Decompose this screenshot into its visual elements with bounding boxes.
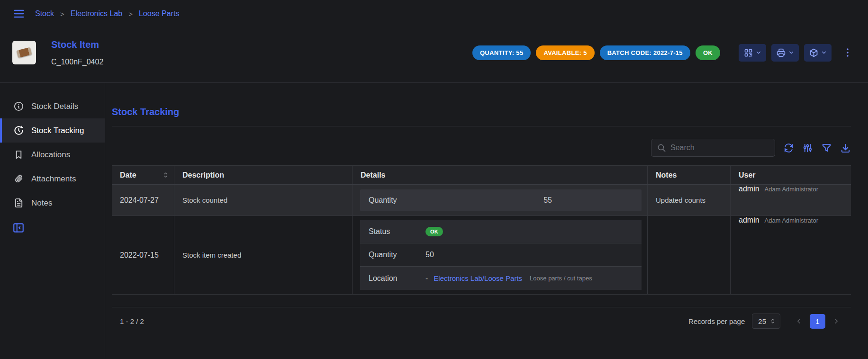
breadcrumb-separator: >	[128, 10, 133, 18]
download-icon	[840, 143, 851, 153]
sidebar-item-attachments[interactable]: Attachments	[0, 167, 105, 191]
table-row[interactable]: 2024-07-27 Stock counted Quantity 55 Upd…	[112, 185, 851, 216]
search-box	[651, 139, 775, 157]
capacitor-image	[17, 47, 32, 58]
title-block: Stock Item C_100nF_0402	[51, 39, 103, 66]
breadcrumb-stock[interactable]: Stock	[35, 9, 54, 18]
search-icon	[657, 144, 666, 153]
info-icon	[13, 101, 24, 112]
location-description: Loose parts / cut tapes	[530, 275, 592, 282]
detail-label: Location	[369, 274, 422, 283]
qrcode-icon	[743, 48, 753, 58]
table-footer: 1 - 2 / 2 Records per page 25 1	[112, 307, 851, 335]
row-user: admin Adam Administrator	[731, 216, 851, 294]
stock-actions-icon	[809, 48, 819, 58]
table-settings-button[interactable]	[802, 143, 813, 153]
chevron-right-icon	[832, 317, 841, 325]
sidebar-item-stock-details[interactable]: Stock Details	[0, 94, 105, 118]
sidebar: Stock Details Stock Tracking Allocations…	[0, 83, 105, 359]
header-actions	[739, 44, 855, 62]
content-area: Stock Details Stock Tracking Allocations…	[0, 83, 868, 359]
main-panel: Stock Tracking Date	[105, 83, 868, 359]
status-ok-badge: OK	[696, 45, 720, 60]
stock-item-thumbnail[interactable]	[12, 41, 36, 64]
table-header-row: Date Description Details Notes User	[112, 166, 851, 185]
breadcrumb-electronics-lab[interactable]: Electronics Lab	[71, 9, 122, 18]
username: admin	[739, 185, 760, 193]
stock-tracking-table: Date Description Details Notes User 2024…	[112, 165, 851, 295]
refresh-button[interactable]	[783, 143, 794, 153]
bookmark-icon	[13, 149, 24, 160]
record-range: 1 - 2 / 2	[120, 317, 144, 325]
prev-page-button[interactable]	[792, 314, 805, 328]
batch-code-badge: BATCH CODE: 2022-7-15	[600, 45, 690, 60]
stock-actions-button[interactable]	[804, 44, 832, 62]
pagination-controls: Records per page 25 1	[688, 314, 843, 329]
sidebar-item-label: Allocations	[31, 150, 70, 160]
detail-label: Quantity	[369, 251, 422, 259]
sidebar-item-label: Attachments	[31, 174, 76, 184]
detail-status-row: Status OK	[360, 220, 642, 243]
quantity-badge: QUANTITY: 55	[472, 45, 531, 60]
column-header-details: Details	[353, 166, 648, 184]
column-header-date[interactable]: Date	[112, 166, 174, 184]
breadcrumb-separator: >	[60, 10, 64, 18]
column-header-description: Description	[174, 166, 353, 184]
file-text-icon	[13, 197, 24, 208]
pager: 1	[792, 314, 843, 329]
chevron-down-icon	[788, 49, 795, 56]
filter-icon	[821, 143, 832, 153]
row-details: Quantity 55	[353, 185, 648, 215]
column-header-notes: Notes	[648, 166, 731, 184]
page-title: Stock Item	[51, 39, 103, 50]
row-description: Stock counted	[174, 185, 353, 215]
search-input[interactable]	[670, 144, 769, 152]
row-notes: Updated counts	[648, 185, 731, 215]
section-heading: Stock Tracking	[112, 107, 851, 126]
sort-icon[interactable]	[162, 171, 169, 179]
print-actions-button[interactable]	[771, 44, 799, 62]
sidebar-item-label: Stock Tracking	[31, 126, 84, 135]
sidebar-collapse-icon	[12, 222, 25, 234]
table-row[interactable]: 2022-07-15 Stock item created Status OK …	[112, 216, 851, 295]
row-date: 2022-07-15	[112, 216, 174, 294]
chevron-down-icon	[755, 49, 762, 56]
sidebar-item-label: Notes	[31, 198, 52, 208]
sidebar-item-allocations[interactable]: Allocations	[0, 143, 105, 167]
sidebar-item-stock-tracking[interactable]: Stock Tracking	[0, 118, 105, 143]
refresh-icon	[783, 143, 794, 153]
page-1-button[interactable]: 1	[810, 314, 825, 329]
row-notes	[648, 216, 731, 294]
sidebar-item-notes[interactable]: Notes	[0, 191, 105, 215]
records-per-page-select[interactable]: 25	[752, 314, 780, 329]
sidebar-item-label: Stock Details	[31, 102, 78, 111]
detail-label: Status	[369, 227, 422, 236]
next-page-button[interactable]	[830, 314, 843, 328]
detail-value: 55	[425, 196, 633, 205]
selector-icon	[769, 318, 776, 324]
adjustments-icon	[802, 143, 813, 153]
dots-vertical-icon	[842, 47, 853, 58]
detail-location-row: Location - Electronics Lab/Loose Parts L…	[360, 267, 642, 290]
more-options-button[interactable]	[841, 45, 855, 60]
sidebar-collapse-button[interactable]	[0, 222, 25, 234]
row-user: admin Adam Administrator	[731, 185, 851, 215]
stock-item-header: Stock Item C_100nF_0402 QUANTITY: 55 AVA…	[0, 27, 868, 83]
chevron-left-icon	[795, 317, 803, 325]
download-button[interactable]	[840, 143, 851, 153]
page-subtitle: C_100nF_0402	[51, 58, 103, 66]
row-details: Status OK Quantity 50 Location - Electro…	[353, 216, 648, 294]
detail-quantity-row: Quantity 55	[360, 189, 642, 211]
row-date: 2024-07-27	[112, 185, 174, 215]
barcode-actions-button[interactable]	[739, 44, 766, 62]
available-badge: AVAILABLE: 5	[536, 45, 594, 60]
breadcrumb-loose-parts[interactable]: Loose Parts	[139, 9, 179, 18]
location-link[interactable]: Electronics Lab/Loose Parts	[434, 274, 522, 282]
row-description: Stock item created	[174, 216, 353, 294]
location-prefix: -	[425, 274, 428, 283]
filter-button[interactable]	[821, 143, 832, 153]
column-header-label: Date	[120, 171, 136, 180]
top-navigation-bar: Stock > Electronics Lab > Loose Parts	[0, 0, 868, 27]
menu-icon[interactable]	[12, 7, 26, 20]
records-per-page-label: Records per page	[688, 317, 745, 325]
